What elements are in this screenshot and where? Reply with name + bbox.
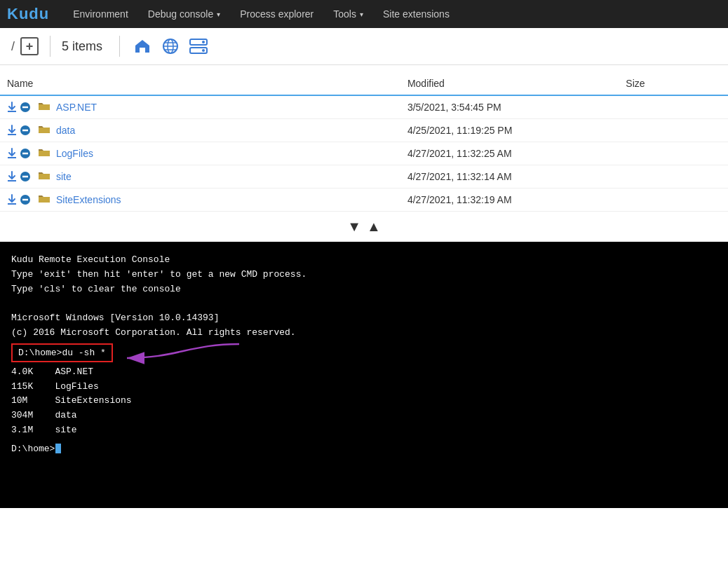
table-row: LogFiles 4/27/2021, 11:32:25 AM xyxy=(0,142,728,165)
row-actions: SiteExtensions xyxy=(7,193,393,206)
console-prompt: D:\home> xyxy=(11,444,55,454)
nav-environment[interactable]: Environment xyxy=(63,0,138,28)
remove-icon[interactable] xyxy=(20,125,31,136)
download-icon[interactable] xyxy=(7,125,17,136)
col-header-size: Size xyxy=(619,72,728,95)
collapse-button[interactable]: ▼ xyxy=(347,219,361,235)
folder-icon xyxy=(38,124,50,137)
console-prompt-line: D:\home> xyxy=(11,444,717,454)
server-button[interactable] xyxy=(187,35,210,57)
console-command: D:\home>du -sh * xyxy=(18,348,106,358)
table-row: ASP.NET 3/5/2021, 3:54:45 PM xyxy=(0,95,728,119)
console-command-area: D:\home>du -sh * xyxy=(11,341,113,362)
download-icon[interactable] xyxy=(7,148,17,159)
cell-modified: 4/27/2021, 11:32:25 AM xyxy=(400,142,619,165)
console-intro: Kudu Remote Execution Console Type 'exit… xyxy=(11,253,717,341)
file-table: Name Modified Size xyxy=(0,72,728,212)
svg-rect-16 xyxy=(39,128,50,133)
nav-debug-console[interactable]: Debug console ▾ xyxy=(138,0,230,28)
download-icon[interactable] xyxy=(7,194,17,205)
remove-icon[interactable] xyxy=(20,102,31,113)
download-icon[interactable] xyxy=(7,171,17,182)
folder-icon xyxy=(38,101,50,114)
row-actions: data xyxy=(7,124,393,137)
console-command-box: D:\home>du -sh * xyxy=(11,343,113,362)
cell-modified: 4/27/2021, 11:32:14 AM xyxy=(400,165,619,188)
cell-name: data xyxy=(0,119,400,142)
console-output: 4.0K ASP.NET 115K LogFiles 10M SiteExten… xyxy=(11,365,717,438)
remove-icon[interactable] xyxy=(20,171,31,182)
cell-size xyxy=(619,119,728,142)
cell-name: site xyxy=(0,165,400,188)
nav-tools[interactable]: Tools ▾ xyxy=(323,0,373,28)
download-icon[interactable] xyxy=(7,102,17,113)
expand-controls: ▼ ▲ xyxy=(0,212,728,242)
cell-modified: 4/27/2021, 11:32:19 AM xyxy=(400,188,619,212)
folder-icon xyxy=(38,147,50,160)
cell-size xyxy=(619,142,728,165)
cell-name: LogFiles xyxy=(0,142,400,165)
remove-icon[interactable] xyxy=(20,148,31,159)
path-slash: / xyxy=(11,39,15,54)
console-cursor[interactable] xyxy=(55,444,61,453)
svg-rect-20 xyxy=(39,151,50,156)
separator xyxy=(119,36,120,57)
remove-icon[interactable] xyxy=(20,194,31,205)
file-name-link[interactable]: site xyxy=(56,171,72,182)
svg-rect-28 xyxy=(39,197,50,203)
row-actions: ASP.NET xyxy=(7,101,393,114)
file-name-link[interactable]: LogFiles xyxy=(56,148,93,159)
expand-button[interactable]: ▲ xyxy=(367,219,381,235)
add-button[interactable]: + xyxy=(20,37,39,55)
file-name-link[interactable]: ASP.NET xyxy=(56,102,97,113)
cell-name: SiteExtensions xyxy=(0,188,400,212)
brand-logo[interactable]: Kudu xyxy=(7,5,49,23)
cell-modified: 3/5/2021, 3:54:45 PM xyxy=(400,95,619,119)
navbar: Kudu Environment Debug console ▾ Process… xyxy=(0,0,728,28)
svg-point-7 xyxy=(202,41,205,43)
svg-point-8 xyxy=(202,49,205,52)
col-header-name: Name xyxy=(0,72,400,95)
svg-rect-24 xyxy=(39,174,50,179)
table-row: SiteExtensions 4/27/2021, 11:32:19 AM xyxy=(0,188,728,212)
cell-modified: 4/25/2021, 11:19:25 PM xyxy=(400,119,619,142)
separator xyxy=(50,36,50,57)
chevron-down-icon: ▾ xyxy=(360,11,363,18)
folder-icon xyxy=(38,193,50,206)
row-actions: LogFiles xyxy=(7,147,393,160)
svg-rect-12 xyxy=(39,104,50,110)
table-row: site 4/27/2021, 11:32:14 AM xyxy=(0,165,728,188)
table-row: data 4/25/2021, 11:19:25 PM xyxy=(0,119,728,142)
chevron-down-icon: ▾ xyxy=(217,11,220,18)
globe-button[interactable] xyxy=(159,35,182,57)
nav-site-extensions[interactable]: Site extensions xyxy=(373,0,459,28)
item-count: 5 items xyxy=(62,39,102,54)
cell-size xyxy=(619,165,728,188)
col-header-modified: Modified xyxy=(400,72,619,95)
file-name-link[interactable]: SiteExtensions xyxy=(56,194,121,205)
cell-name: ASP.NET xyxy=(0,95,400,119)
nav-process-explorer[interactable]: Process explorer xyxy=(230,0,323,28)
toolbar: / + 5 items xyxy=(0,28,728,65)
file-name-link[interactable]: data xyxy=(56,125,75,136)
cell-size xyxy=(619,188,728,212)
row-actions: site xyxy=(7,170,393,183)
console-panel: Kudu Remote Execution Console Type 'exit… xyxy=(0,242,728,508)
folder-icon xyxy=(38,170,50,183)
cell-size xyxy=(619,95,728,119)
home-button[interactable] xyxy=(131,35,154,57)
